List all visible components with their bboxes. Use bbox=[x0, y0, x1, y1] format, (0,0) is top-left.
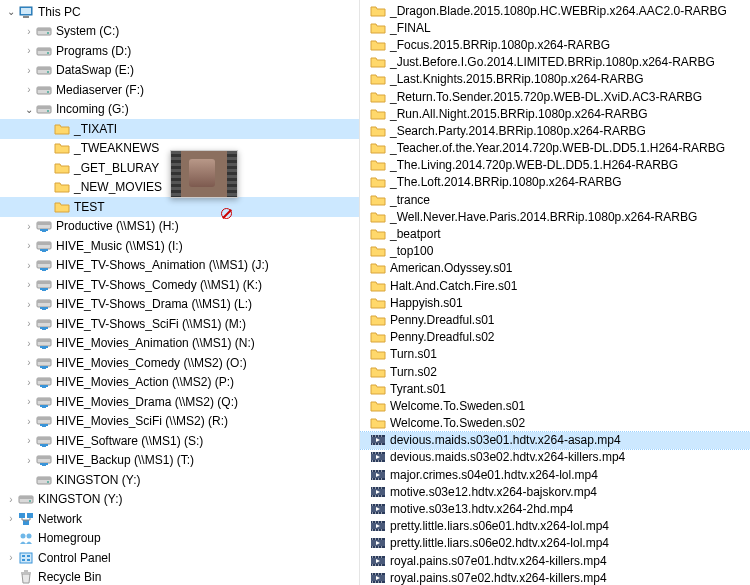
svg-rect-118 bbox=[375, 478, 376, 479]
svg-rect-160 bbox=[381, 539, 382, 540]
chevron-right-icon[interactable]: › bbox=[22, 299, 36, 310]
file-item[interactable]: Turn.s02 bbox=[360, 363, 750, 380]
file-item[interactable]: Welcome.To.Sweden.s02 bbox=[360, 415, 750, 432]
chevron-right-icon[interactable]: › bbox=[22, 26, 36, 37]
chevron-right-icon[interactable]: › bbox=[22, 84, 36, 95]
file-item[interactable]: royal.pains.s07e02.hdtv.x264-killers.mp4 bbox=[360, 569, 750, 585]
file-item[interactable]: _Last.Knights.2015.BRRip.1080p.x264-RARB… bbox=[360, 71, 750, 88]
tree-item[interactable]: ›TEST bbox=[0, 197, 359, 217]
file-item[interactable]: Turn.s01 bbox=[360, 346, 750, 363]
tree-item[interactable]: ›KINGSTON (Y:) bbox=[0, 490, 359, 510]
svg-rect-37 bbox=[42, 309, 46, 310]
chevron-right-icon[interactable]: › bbox=[22, 45, 36, 56]
tree-item[interactable]: ⌄This PC bbox=[0, 2, 359, 22]
tree-item[interactable]: ›Recycle Bin bbox=[0, 568, 359, 586]
tree-item[interactable]: ›HIVE_Movies_Comedy (\\MS2) (O:) bbox=[0, 353, 359, 373]
file-item[interactable]: _The.Loft.2014.BRRip.1080p.x264-RARBG bbox=[360, 174, 750, 191]
chevron-right-icon[interactable]: › bbox=[22, 435, 36, 446]
chevron-right-icon[interactable]: › bbox=[22, 221, 36, 232]
file-item[interactable]: Tyrant.s01 bbox=[360, 380, 750, 397]
chevron-right-icon[interactable]: › bbox=[4, 513, 18, 524]
chevron-right-icon[interactable]: › bbox=[4, 552, 18, 563]
svg-rect-49 bbox=[42, 368, 46, 369]
file-item[interactable]: pretty.little.liars.s06e01.hdtv.x264-lol… bbox=[360, 518, 750, 535]
file-item[interactable]: Penny.Dreadful.s01 bbox=[360, 311, 750, 328]
chevron-right-icon[interactable]: › bbox=[22, 455, 36, 466]
tree-item[interactable]: ›System (C:) bbox=[0, 22, 359, 42]
tree-item[interactable]: ›Network bbox=[0, 509, 359, 529]
file-item[interactable]: _Run.All.Night.2015.BRRip.1080p.x264-RAR… bbox=[360, 105, 750, 122]
chevron-right-icon[interactable]: › bbox=[22, 318, 36, 329]
tree-item[interactable]: ›HIVE_TV-Shows_Animation (\\MS1) (J:) bbox=[0, 256, 359, 276]
svg-rect-55 bbox=[37, 398, 51, 401]
file-item[interactable]: royal.pains.s07e01.hdtv.x264-killers.mp4 bbox=[360, 552, 750, 569]
file-item[interactable]: motive.s03e12.hdtv.x264-bajskorv.mp4 bbox=[360, 483, 750, 500]
svg-rect-67 bbox=[37, 456, 51, 459]
file-item[interactable]: Halt.And.Catch.Fire.s01 bbox=[360, 277, 750, 294]
file-item[interactable]: American.Odyssey.s01 bbox=[360, 260, 750, 277]
chevron-right-icon[interactable]: › bbox=[22, 377, 36, 388]
tree-item[interactable]: ⌄Incoming (G:) bbox=[0, 100, 359, 120]
chevron-right-icon[interactable]: › bbox=[22, 65, 36, 76]
folder-icon bbox=[370, 37, 386, 53]
tree-item[interactable]: ›HIVE_Movies_Drama (\\MS2) (Q:) bbox=[0, 392, 359, 412]
file-item[interactable]: _Teacher.of.the.Year.2014.720p.WEB-DL.DD… bbox=[360, 140, 750, 157]
svg-point-14 bbox=[47, 91, 49, 93]
file-item[interactable]: devious.maids.s03e02.hdtv.x264-killers.m… bbox=[360, 449, 750, 466]
tree-item-label: HIVE_TV-Shows_SciFi (\\MS1) (M:) bbox=[56, 317, 246, 331]
file-item[interactable]: _trance bbox=[360, 191, 750, 208]
folder-icon bbox=[370, 398, 386, 414]
file-item[interactable]: _The.Living.2014.720p.WEB-DL.DD5.1.H264-… bbox=[360, 157, 750, 174]
chevron-right-icon[interactable]: › bbox=[4, 494, 18, 505]
file-item[interactable]: pretty.little.liars.s06e02.hdtv.x264-lol… bbox=[360, 535, 750, 552]
tree-item[interactable]: ›Programs (D:) bbox=[0, 41, 359, 61]
file-item[interactable]: _beatport bbox=[360, 225, 750, 242]
file-item[interactable]: Happyish.s01 bbox=[360, 294, 750, 311]
chevron-right-icon[interactable]: › bbox=[22, 416, 36, 427]
tree-item[interactable]: ›HIVE_Movies_Action (\\MS2) (P:) bbox=[0, 373, 359, 393]
file-list[interactable]: _Dragon.Blade.2015.1080p.HC.WEBRip.x264.… bbox=[360, 0, 750, 585]
homegroup-icon bbox=[18, 530, 34, 546]
file-item[interactable]: _Focus.2015.BRRip.1080p.x264-RARBG bbox=[360, 36, 750, 53]
file-item[interactable]: _Search.Party.2014.BRRip.1080p.x264-RARB… bbox=[360, 122, 750, 139]
file-item[interactable]: Welcome.To.Sweden.s01 bbox=[360, 397, 750, 414]
navigation-tree[interactable]: ⌄This PC›System (C:)›Programs (D:)›DataS… bbox=[0, 0, 360, 585]
tree-item-label: HIVE_Movies_Comedy (\\MS2) (O:) bbox=[56, 356, 247, 370]
tree-item[interactable]: ›HIVE_Software (\\MS1) (S:) bbox=[0, 431, 359, 451]
chevron-right-icon[interactable]: › bbox=[22, 279, 36, 290]
tree-item[interactable]: ›Mediaserver (F:) bbox=[0, 80, 359, 100]
file-item[interactable]: Penny.Dreadful.s02 bbox=[360, 329, 750, 346]
file-item[interactable]: _Return.To.Sender.2015.720p.WEB-DL.XviD.… bbox=[360, 88, 750, 105]
tree-item[interactable]: ›HIVE_TV-Shows_Comedy (\\MS1) (K:) bbox=[0, 275, 359, 295]
chevron-right-icon[interactable]: › bbox=[22, 338, 36, 349]
chevron-right-icon[interactable]: › bbox=[22, 357, 36, 368]
tree-item[interactable]: ›HIVE_TV-Shows_SciFi (\\MS1) (M:) bbox=[0, 314, 359, 334]
tree-item-label: HIVE_TV-Shows_Animation (\\MS1) (J:) bbox=[56, 258, 269, 272]
chevron-right-icon[interactable]: › bbox=[22, 240, 36, 251]
svg-rect-94 bbox=[381, 436, 382, 437]
file-item[interactable]: devious.maids.s03e01.hdtv.x264-asap.mp4 bbox=[360, 432, 750, 449]
chevron-down-icon[interactable]: ⌄ bbox=[4, 6, 18, 17]
tree-item[interactable]: ›HIVE_Movies_SciFi (\\MS2) (R:) bbox=[0, 412, 359, 432]
tree-item[interactable]: ›Productive (\\MS1) (H:) bbox=[0, 217, 359, 237]
file-item[interactable]: _Dragon.Blade.2015.1080p.HC.WEBRip.x264.… bbox=[360, 2, 750, 19]
tree-item[interactable]: ›KINGSTON (Y:) bbox=[0, 470, 359, 490]
file-item[interactable]: motive.s03e13.hdtv.x264-2hd.mp4 bbox=[360, 500, 750, 517]
tree-item[interactable]: ›HIVE_Movies_Animation (\\MS1) (N:) bbox=[0, 334, 359, 354]
file-item[interactable]: _FINAL bbox=[360, 19, 750, 36]
file-item[interactable]: _Just.Before.I.Go.2014.LIMITED.BRRip.108… bbox=[360, 54, 750, 71]
tree-item[interactable]: ›DataSwap (E:) bbox=[0, 61, 359, 81]
chevron-right-icon[interactable]: › bbox=[22, 260, 36, 271]
tree-item[interactable]: ›Control Panel bbox=[0, 548, 359, 568]
chevron-right-icon[interactable]: › bbox=[22, 396, 36, 407]
file-item[interactable]: _Well.Never.Have.Paris.2014.BRRip.1080p.… bbox=[360, 208, 750, 225]
tree-item[interactable]: ›HIVE_Backup (\\MS1) (T:) bbox=[0, 451, 359, 471]
tree-item[interactable]: ›HIVE_TV-Shows_Drama (\\MS1) (L:) bbox=[0, 295, 359, 315]
tree-item[interactable]: ›HIVE_Music (\\MS1) (I:) bbox=[0, 236, 359, 256]
chevron-down-icon[interactable]: ⌄ bbox=[22, 104, 36, 115]
svg-rect-179 bbox=[372, 573, 373, 574]
tree-item[interactable]: ›Homegroup bbox=[0, 529, 359, 549]
file-item[interactable]: major.crimes.s04e01.hdtv.x264-lol.mp4 bbox=[360, 466, 750, 483]
file-item[interactable]: _top100 bbox=[360, 243, 750, 260]
tree-item[interactable]: ›_TIXATI bbox=[0, 119, 359, 139]
